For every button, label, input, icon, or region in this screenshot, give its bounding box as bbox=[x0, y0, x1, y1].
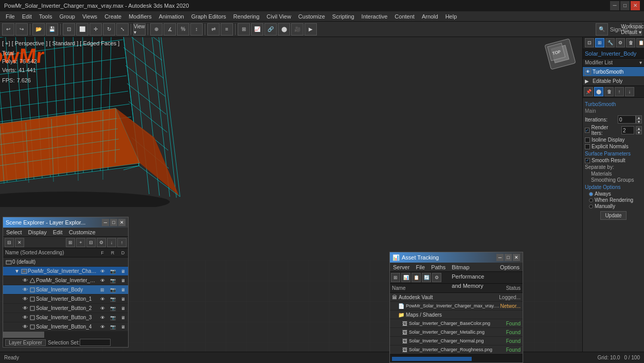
spinner-snap-toggle[interactable]: ↕ bbox=[190, 23, 203, 36]
maximize-button[interactable]: □ bbox=[620, 1, 630, 10]
at-btn-4[interactable]: 🔄 bbox=[422, 273, 431, 282]
se-row-btn4[interactable]: 👁 Solar_Inverter_Button_4 👁 📷 🖥 bbox=[3, 322, 128, 332]
at-menu-paths[interactable]: Paths bbox=[428, 263, 449, 272]
menu-modifiers[interactable]: Modifiers bbox=[125, 11, 155, 22]
se-import-btn[interactable]: ↓ bbox=[107, 238, 116, 247]
select-region-button[interactable]: ⬜ bbox=[76, 23, 88, 36]
when-rendering-radio[interactable] bbox=[589, 198, 593, 202]
select-button[interactable]: ⊡ bbox=[63, 23, 75, 36]
se-close-btn[interactable]: ✕ bbox=[118, 219, 126, 226]
mod-item-turbosmooth[interactable]: 👁 TurboSmooth bbox=[583, 67, 644, 76]
mod-tab-6[interactable]: 📋 bbox=[636, 38, 644, 47]
mod-delete-btn[interactable]: 🗑 bbox=[604, 87, 614, 96]
menu-content[interactable]: Content bbox=[391, 11, 418, 22]
mod-pin-btn[interactable]: 📌 bbox=[584, 87, 593, 96]
save-button[interactable]: 💾 bbox=[46, 23, 58, 36]
menu-tools[interactable]: Tools bbox=[35, 11, 56, 22]
surface-params-title[interactable]: Surface Parameters bbox=[585, 151, 642, 157]
se-settings-btn[interactable]: ⚙ bbox=[97, 238, 106, 247]
at-row-normal[interactable]: 🖼 Solar_Inverter_Charger_Normal.png Foun… bbox=[390, 337, 523, 345]
undo-button[interactable]: ↩ bbox=[2, 23, 14, 36]
minimize-button[interactable]: ─ bbox=[610, 1, 619, 10]
iterations-up[interactable]: ▲ bbox=[636, 115, 642, 119]
update-options-title[interactable]: Update Options bbox=[585, 184, 642, 190]
se-minimize-btn[interactable]: ─ bbox=[102, 219, 109, 226]
se-select-all-btn[interactable]: ⊞ bbox=[66, 238, 75, 247]
mod-down-btn[interactable]: ↓ bbox=[625, 87, 634, 96]
viewport[interactable]: [ +] [ Perspective ] [ Standard ] [ Edge… bbox=[0, 37, 582, 363]
explicit-normals-checkbox[interactable] bbox=[585, 144, 590, 149]
render-iters-down[interactable]: ▼ bbox=[636, 130, 642, 134]
menu-arnold[interactable]: Arnold bbox=[418, 11, 442, 22]
se-new-layer-btn[interactable]: + bbox=[76, 238, 85, 247]
search-button[interactable]: 🔍 bbox=[596, 23, 608, 36]
se-row-btn1[interactable]: 👁 Solar_Inverter_Button_1 👁 📷 🖥 bbox=[3, 295, 128, 304]
workspaces-dropdown[interactable]: Workspaces: Default ▾ bbox=[630, 23, 642, 36]
isoline-checkbox[interactable] bbox=[585, 137, 590, 143]
selection-set-input[interactable] bbox=[80, 339, 111, 346]
open-button[interactable]: 📂 bbox=[32, 23, 45, 36]
layer-explorer-label[interactable]: Layer Explorer bbox=[5, 339, 46, 346]
percent-snap-toggle[interactable]: % bbox=[177, 23, 189, 36]
menu-animation[interactable]: Animation bbox=[155, 11, 188, 22]
mod-tab-1[interactable]: ⊡ bbox=[585, 38, 594, 47]
at-minimize-btn[interactable]: ─ bbox=[496, 254, 504, 261]
se-menu-select[interactable]: Select bbox=[3, 228, 25, 237]
mod-tab-5[interactable]: 🗑 bbox=[626, 38, 635, 47]
se-row-powmr-obj[interactable]: 👁 PowMr_Solar_Inverter_Charger 👁 📷 🖥 bbox=[3, 276, 128, 285]
render-button[interactable]: ▶ bbox=[305, 23, 317, 36]
se-menu-customize[interactable]: Customize bbox=[66, 228, 99, 237]
se-layer-btn[interactable]: ⊟ bbox=[86, 238, 96, 247]
at-btn-5[interactable]: ⚙ bbox=[432, 273, 441, 282]
mod-item-editable-poly[interactable]: ▶ Editable Poly bbox=[583, 76, 644, 85]
menu-create[interactable]: Create bbox=[101, 11, 125, 22]
se-row-body[interactable]: 👁 Solar_Inverter_Body ⊞ 📷 🖥 bbox=[3, 285, 128, 295]
se-menu-edit[interactable]: Edit bbox=[50, 228, 66, 237]
horizontal-scrollbar[interactable] bbox=[3, 332, 128, 338]
at-btn-1[interactable]: ⊞ bbox=[391, 273, 400, 282]
mod-up-btn[interactable]: ↑ bbox=[615, 87, 624, 96]
at-menu-options[interactable]: Options bbox=[497, 263, 523, 272]
at-btn-3[interactable]: 📋 bbox=[412, 273, 421, 282]
asset-tracking-title-bar[interactable]: 📊 Asset Tracking ─ □ ✕ bbox=[390, 252, 523, 263]
render-iters-checkbox[interactable]: ✓ bbox=[585, 128, 589, 133]
ref-coord-button[interactable]: View ▾ bbox=[133, 23, 146, 36]
mod-activate-btn[interactable]: ⬤ bbox=[594, 87, 603, 96]
schematic-view-button[interactable]: 🔗 bbox=[264, 23, 277, 36]
at-menu-file[interactable]: File bbox=[413, 263, 428, 272]
mod-tab-2[interactable]: ⊞ bbox=[595, 38, 604, 47]
at-row-basecolor[interactable]: 🖼 Solar_Inverter_Charger_BaseColor.png F… bbox=[390, 319, 523, 328]
at-menu-server[interactable]: Server bbox=[390, 263, 413, 272]
render-iters-input[interactable] bbox=[621, 126, 634, 134]
se-export-btn[interactable]: ↑ bbox=[117, 238, 127, 247]
scale-button[interactable]: ⤡ bbox=[116, 23, 129, 36]
angle-snap-toggle[interactable]: ∡ bbox=[164, 23, 176, 36]
scene-explorer-title-bar[interactable]: Scene Explorer - Layer Explor... ─ □ ✕ bbox=[3, 217, 128, 228]
render-iters-up[interactable]: ▲ bbox=[636, 126, 642, 130]
at-btn-2[interactable]: 📊 bbox=[401, 273, 410, 282]
se-menu-display[interactable]: Display bbox=[25, 228, 50, 237]
nav-cube[interactable]: TOP bbox=[547, 41, 578, 72]
se-maximize-btn[interactable]: □ bbox=[110, 219, 117, 226]
menu-file[interactable]: File bbox=[2, 11, 19, 22]
update-button[interactable]: Update bbox=[600, 211, 626, 220]
rotate-button[interactable]: ↻ bbox=[103, 23, 115, 36]
smooth-result-checkbox[interactable]: ✓ bbox=[585, 158, 590, 163]
mod-eye-turbosmooth[interactable]: 👁 bbox=[585, 68, 591, 75]
align-button[interactable]: ≡ bbox=[221, 23, 233, 36]
mirror-button[interactable]: ⇌ bbox=[207, 23, 220, 36]
at-close-btn[interactable]: ✕ bbox=[513, 254, 520, 261]
menu-views[interactable]: Views bbox=[79, 11, 101, 22]
menu-edit[interactable]: Edit bbox=[19, 11, 35, 22]
scrollbar-thumb[interactable] bbox=[3, 332, 44, 338]
curve-editor-button[interactable]: 📈 bbox=[251, 23, 263, 36]
se-row-default-layer[interactable]: 0 (default) bbox=[3, 257, 128, 267]
menu-group[interactable]: Group bbox=[56, 11, 79, 22]
always-radio[interactable] bbox=[589, 192, 593, 196]
menu-graph-editors[interactable]: Graph Editors bbox=[188, 11, 230, 22]
turbosmooth-section-title[interactable]: TurboSmooth bbox=[585, 101, 642, 107]
redo-button[interactable]: ↪ bbox=[15, 23, 28, 36]
menu-interactive[interactable]: Interactive bbox=[358, 11, 391, 22]
close-button[interactable]: ✕ bbox=[631, 1, 640, 10]
at-menu-bitmap[interactable]: Bitmap Performance and Memory bbox=[449, 263, 497, 272]
